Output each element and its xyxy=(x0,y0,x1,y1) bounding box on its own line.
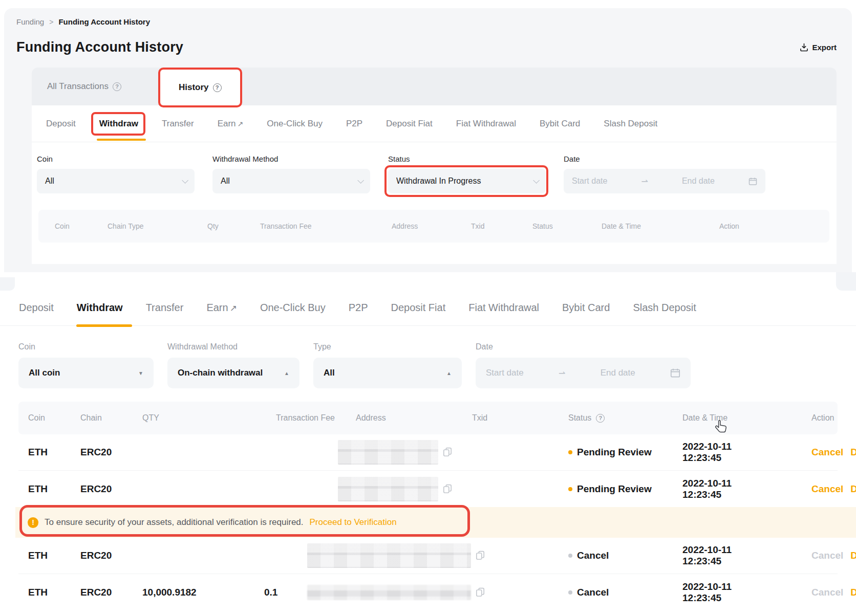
calendar-icon[interactable] xyxy=(670,368,680,378)
col-txid: Txid xyxy=(471,222,532,230)
cell-date-time: 2022-10-11 12:23:45 xyxy=(643,478,772,500)
col-address: Address xyxy=(392,222,471,230)
end-date-placeholder[interactable]: End date xyxy=(682,177,715,186)
details-button-truncated[interactable]: D xyxy=(850,587,856,598)
help-icon[interactable]: ? xyxy=(213,83,222,92)
status-badge: Cancel xyxy=(528,587,643,598)
start-date-placeholder[interactable]: Start date xyxy=(572,177,607,186)
cell-coin: ETH xyxy=(28,483,80,495)
cancel-button-disabled: Cancel xyxy=(811,550,843,561)
history-card: All Transactions ? History ? Deposit Wit… xyxy=(32,68,837,264)
cancel-button[interactable]: Cancel xyxy=(811,483,843,495)
filter-bar: Coin All Withdrawal Method All xyxy=(32,142,837,207)
calendar-icon[interactable] xyxy=(748,177,757,186)
col-coin: Coin xyxy=(28,413,80,423)
date-filter-label: Date xyxy=(564,155,765,163)
subtab-slash-deposit[interactable]: Slash Deposit xyxy=(604,119,657,129)
cell-chain: ERC20 xyxy=(80,550,142,561)
subtab-withdraw[interactable]: Withdraw xyxy=(77,302,123,314)
redacted-address xyxy=(338,440,438,465)
cell-date-time: 2022-10-11 12:23:45 xyxy=(643,581,772,604)
type-filter-select[interactable]: All ▲ xyxy=(313,358,462,388)
subtab-earn-label: Earn xyxy=(218,119,236,128)
coin-filter-label: Coin xyxy=(37,155,195,163)
status-label: Pending Review xyxy=(577,483,652,495)
cell-action: Cancel D xyxy=(772,447,838,458)
chevron-down-icon xyxy=(357,177,364,184)
breadcrumb: Funding > Funding Account History xyxy=(4,17,852,26)
cell-qty: 10,000.9182 xyxy=(142,587,258,598)
subtab-one-click-buy[interactable]: One-Click Buy xyxy=(267,119,323,129)
verification-banner: ! To ensure security of your assets, add… xyxy=(15,507,856,538)
cell-address xyxy=(335,477,432,501)
col-transaction-fee: Transaction Fee xyxy=(260,222,392,230)
tab-history[interactable]: History ? xyxy=(158,68,242,107)
copy-icon[interactable] xyxy=(476,551,485,561)
subtab-p2p[interactable]: P2P xyxy=(349,302,368,314)
breadcrumb-current: Funding Account History xyxy=(58,17,150,26)
cell-address xyxy=(335,543,432,568)
col-status: Status xyxy=(532,222,602,230)
col-chain: Chain xyxy=(80,413,142,423)
tab-all-transactions[interactable]: All Transactions ? xyxy=(32,68,137,105)
subtab-transfer[interactable]: Transfer xyxy=(146,302,184,314)
copy-icon[interactable] xyxy=(476,587,485,598)
help-icon[interactable]: ? xyxy=(596,414,605,423)
copy-icon[interactable] xyxy=(443,484,452,494)
table-row: ETH ERC20 Cancel 2022-10-11 12:23:45 Can… xyxy=(18,538,838,574)
subtab-bybit-card[interactable]: Bybit Card xyxy=(540,119,580,129)
cancel-button-disabled: Cancel xyxy=(811,587,843,598)
status-label: Cancel xyxy=(577,550,609,561)
cell-chain: ERC20 xyxy=(80,447,142,458)
subtab-deposit[interactable]: Deposit xyxy=(19,302,54,314)
subtab-fiat-withdrawal[interactable]: Fiat Withdrawal xyxy=(468,302,539,314)
method-filter-select[interactable]: On-chain withdrawal ▲ xyxy=(167,358,299,388)
details-button-truncated[interactable]: D xyxy=(850,483,856,495)
subtab-one-click-buy[interactable]: One-Click Buy xyxy=(260,302,326,314)
download-icon xyxy=(800,43,808,52)
breadcrumb-funding[interactable]: Funding xyxy=(16,17,44,26)
withdraw-table: Coin Chain QTY Transaction Fee Address T… xyxy=(18,402,838,610)
triangle-up-icon: ▲ xyxy=(446,370,452,376)
export-button[interactable]: Export xyxy=(800,43,837,52)
subtab-withdraw-label: Withdraw xyxy=(99,119,138,128)
details-button-truncated[interactable]: D xyxy=(850,550,856,561)
col-action: Action xyxy=(772,413,838,423)
help-icon[interactable]: ? xyxy=(113,82,121,91)
warning-icon: ! xyxy=(28,517,38,528)
filter-bar-zoom: Coin All coin ▼ Withdrawal Method On-cha… xyxy=(0,326,856,388)
method-filter-label: Withdrawal Method xyxy=(167,342,299,351)
subtab-earn[interactable]: Earn↗ xyxy=(218,119,244,129)
subtab-withdraw[interactable]: Withdraw xyxy=(99,119,138,129)
proceed-to-verification-link[interactable]: Proceed to Verification xyxy=(310,517,397,527)
subtab-deposit-fiat[interactable]: Deposit Fiat xyxy=(391,302,446,314)
subtab-deposit-fiat[interactable]: Deposit Fiat xyxy=(386,119,433,129)
cancel-button[interactable]: Cancel xyxy=(811,447,843,458)
method-filter-select[interactable]: All xyxy=(212,169,370,193)
active-tab-underline xyxy=(97,139,146,141)
subtab-fiat-withdrawal[interactable]: Fiat Withdrawal xyxy=(456,119,516,129)
subtab-slash-deposit[interactable]: Slash Deposit xyxy=(633,302,696,314)
status-dot xyxy=(568,450,572,454)
end-date-placeholder[interactable]: End date xyxy=(601,368,635,378)
col-address: Address xyxy=(335,413,432,423)
details-button-truncated[interactable]: D xyxy=(850,447,856,458)
start-date-placeholder[interactable]: Start date xyxy=(486,368,524,378)
subtab-earn[interactable]: Earn↗ xyxy=(206,302,237,314)
date-range-picker[interactable]: Start date ⇀ End date xyxy=(476,358,691,388)
subtab-bybit-card[interactable]: Bybit Card xyxy=(562,302,610,314)
cell-action: Cancel D xyxy=(772,483,838,495)
subtab-p2p[interactable]: P2P xyxy=(346,119,362,129)
redacted-address xyxy=(307,543,471,568)
col-status-label: Status xyxy=(568,413,591,423)
date-range-picker[interactable]: Start date ⇀ End date xyxy=(564,169,765,193)
method-filter-value: On-chain withdrawal xyxy=(178,368,263,378)
copy-icon[interactable] xyxy=(443,447,452,457)
status-filter-select[interactable]: Withdrawal In Progress xyxy=(388,169,546,193)
subtab-transfer[interactable]: Transfer xyxy=(162,119,194,129)
subtab-deposit[interactable]: Deposit xyxy=(46,119,76,129)
coin-filter-select[interactable]: All xyxy=(37,169,195,193)
cell-date-time: 2022-10-11 12:23:45 xyxy=(643,441,772,464)
triangle-up-icon: ▲ xyxy=(284,370,289,376)
coin-filter-select[interactable]: All coin ▼ xyxy=(18,358,154,388)
